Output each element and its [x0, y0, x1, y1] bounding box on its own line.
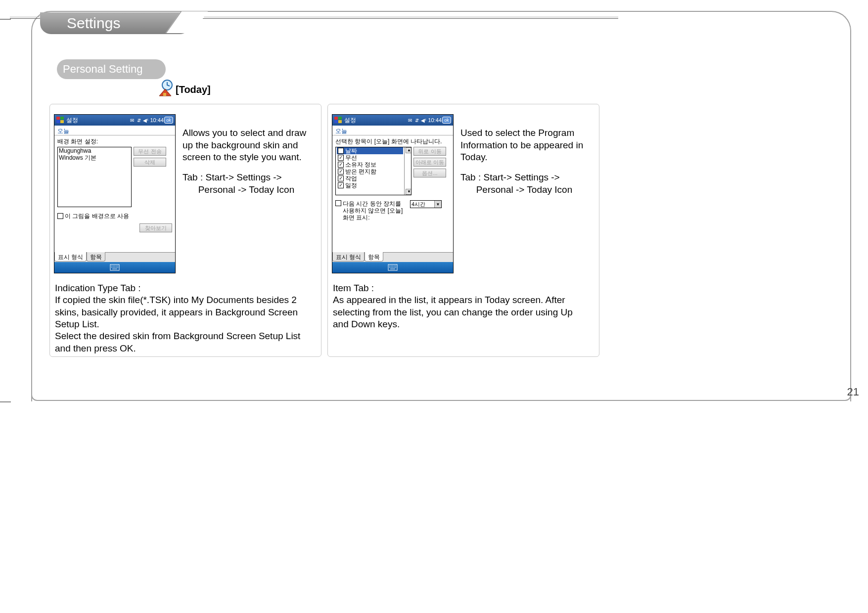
explain-path-1: Tab : Start-> Settings -> [183, 172, 282, 182]
sip-bar[interactable] [54, 262, 175, 273]
browse-button[interactable]: 찾아보기 [139, 223, 172, 232]
checkbox-icon: ✓ [338, 148, 344, 154]
explain-text-1: Used to select the Program Information t… [460, 127, 589, 164]
ok-button[interactable]: ok [164, 117, 173, 124]
skin-item[interactable]: Mugunghwa [58, 147, 131, 154]
bg-setup-label: 배경 화면 설정: [57, 137, 172, 146]
explain-path-2: Personal -> Today Icon [476, 184, 573, 195]
explain-text-1: Allows you to select and draw up the bac… [183, 127, 311, 164]
below-body: If copied the skin file(*.TSK) into My D… [55, 295, 300, 353]
move-up-button[interactable]: 위로 이동 [413, 147, 446, 156]
chevron-down-icon: ▼ [434, 201, 441, 208]
section-pill: Personal Setting [57, 59, 166, 79]
explain-path-1: Tab : Start-> Settings -> [460, 172, 560, 182]
keyboard-icon [110, 264, 120, 271]
checkbox-icon: ✓ [338, 169, 344, 175]
speaker-icon[interactable]: ◀ᵋ [421, 117, 427, 123]
below-left: Indication Type Tab : If copied the skin… [55, 282, 312, 354]
idle-duration-value: 4시간 [411, 201, 425, 208]
items-appear-label: 선택한 항목이 [오늘] 화면에 나타납니다. [335, 137, 450, 146]
today-label: [Today] [176, 84, 211, 95]
explain-right: Used to select the Program Information t… [460, 127, 589, 204]
use-picture-checkbox[interactable]: 이 그림을 배경으로 사용 [57, 212, 172, 220]
panel-indication-type: 설정 ✉ ⇵ ◀ᵋ 10:44 ok 오늘 배경 화면 설정: Mugunghw… [49, 104, 321, 357]
today-icon [155, 79, 175, 97]
scroll-down-icon[interactable]: ▼ [406, 189, 411, 195]
tab-items[interactable]: 항목 [365, 252, 383, 262]
tab-display-format[interactable]: 표시 형식 [54, 252, 87, 262]
chat-icon[interactable]: ✉ [407, 117, 413, 123]
svg-rect-1 [163, 93, 166, 96]
skin-item[interactable]: Windows 기본 [58, 154, 131, 161]
tab-bar: 표시 형식 항목 [332, 252, 453, 262]
idle-duration-dropdown[interactable]: 4시간 ▼ [410, 200, 442, 208]
below-title: Item Tab : [333, 283, 374, 293]
left-edge-decor [0, 19, 11, 402]
use-picture-label: 이 그림을 배경으로 사용 [65, 212, 129, 220]
checkbox-icon [57, 213, 63, 219]
scroll-up-icon[interactable]: ▲ [406, 147, 411, 153]
delete-button[interactable]: 삭제 [134, 158, 166, 167]
device-screenshot-right: 설정 ✉ ⇵ ◀ᵋ 10:44 ok 오늘 선택한 항목이 [오늘] 화면에 나… [332, 114, 454, 273]
signal-icon: ⇵ [414, 117, 420, 123]
clock-text: 10:44 [150, 117, 164, 123]
tab-bar: 표시 형식 항목 [54, 252, 175, 262]
page-number: 21 [847, 386, 859, 398]
list-item[interactable]: ✓소유자 정보 [337, 161, 403, 168]
clock-text: 10:44 [428, 117, 442, 123]
screen-subtitle: 오늘 [332, 126, 453, 135]
checkbox-icon: ✓ [338, 175, 344, 181]
slide-frame-bottom [31, 387, 851, 401]
titlebar-app: 설정 [344, 116, 356, 125]
checkbox-icon: ✓ [338, 155, 344, 161]
start-flag-icon[interactable] [334, 117, 342, 124]
options-button[interactable]: 옵션... [413, 169, 446, 177]
list-item[interactable]: ✓작업 [337, 175, 403, 182]
list-item[interactable]: ✓일정 [337, 182, 403, 189]
checkbox-icon [335, 200, 341, 206]
titlebar: 설정 ✉ ⇵ ◀ᵋ 10:44 ok [54, 115, 175, 126]
move-down-button[interactable]: 아래로 이동 [413, 158, 446, 167]
chat-icon[interactable]: ✉ [129, 117, 135, 123]
panel-item-tab: 설정 ✉ ⇵ ◀ᵋ 10:44 ok 오늘 선택한 항목이 [오늘] 화면에 나… [327, 104, 599, 357]
keyboard-icon [388, 264, 398, 271]
explain-left: Allows you to select and draw up the bac… [183, 127, 311, 204]
skin-listbox[interactable]: Mugunghwa Windows 기본 [57, 147, 132, 207]
explain-path-2: Personal -> Today Icon [198, 184, 295, 195]
signal-icon: ⇵ [136, 117, 142, 123]
list-item[interactable]: ✓날짜 [337, 147, 403, 154]
idle-today-checkbox[interactable]: 다음 시간 동안 장치를 사용하지 않으면 [오늘] 화면 표시: [335, 200, 408, 221]
sip-bar[interactable] [332, 262, 453, 273]
start-flag-icon[interactable] [56, 117, 64, 124]
screen-subtitle: 오늘 [54, 126, 175, 135]
device-screenshot-left: 설정 ✉ ⇵ ◀ᵋ 10:44 ok 오늘 배경 화면 설정: Mugunghw… [54, 114, 176, 273]
idle-today-label: 다음 시간 동안 장치를 사용하지 않으면 [오늘] 화면 표시: [343, 200, 408, 221]
speaker-icon[interactable]: ◀ᵋ [143, 117, 149, 123]
below-right: Item Tab : As appeared in the list, it a… [333, 282, 590, 330]
tab-display-format[interactable]: 표시 형식 [332, 252, 365, 262]
titlebar: 설정 ✉ ⇵ ◀ᵋ 10:44 ok [332, 115, 453, 126]
below-body: As appeared in the list, it appears in T… [333, 295, 573, 329]
list-item[interactable]: ✓받은 편지함 [337, 168, 403, 175]
below-title: Indication Type Tab : [55, 283, 141, 293]
wireless-send-button[interactable]: 무선 전송 [134, 147, 166, 156]
list-item[interactable]: ✓무선 [337, 154, 403, 161]
checkbox-icon: ✓ [338, 182, 344, 188]
items-listbox[interactable]: ✓날짜 ✓무선 ✓소유자 정보 ✓받은 편지함 ✓작업 ✓일정 ▲ ▼ [335, 147, 411, 195]
tab-items[interactable]: 항목 [87, 252, 105, 262]
titlebar-app: 설정 [66, 116, 78, 125]
checkbox-icon: ✓ [338, 162, 344, 168]
ok-button[interactable]: ok [442, 117, 451, 124]
